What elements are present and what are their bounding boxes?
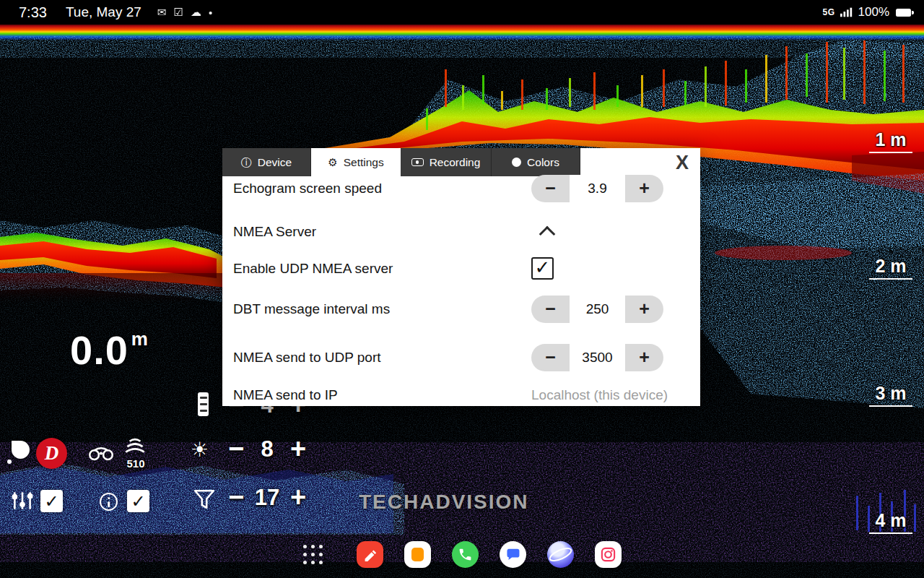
sonar-beam-icon[interactable] <box>123 434 147 455</box>
tab-settings[interactable]: ⚙ Settings <box>311 148 401 176</box>
depth-unit: m <box>131 328 149 350</box>
setting-row-screen-speed: Echogram screen speed − 3.9 + <box>233 174 690 202</box>
depth-marker-1m: 1 m <box>869 130 912 153</box>
filter-stepper: − 17 + <box>225 485 309 509</box>
dbt-decrease-button[interactable]: − <box>531 296 570 323</box>
network-5g-label: 5G <box>823 7 835 17</box>
droplet-dot-icon <box>7 460 12 464</box>
tab-colors[interactable]: Colors <box>492 148 580 176</box>
colors-circle-icon <box>512 158 521 167</box>
screen-speed-stepper: − 3.9 + <box>531 175 663 202</box>
tab-label: Settings <box>344 156 384 169</box>
logo-letter: D <box>45 442 59 465</box>
tab-label: Colors <box>527 156 559 169</box>
screen-speed-value: 3.9 <box>570 175 625 202</box>
internet-app-icon[interactable] <box>547 541 574 568</box>
setting-label: DBT message interval ms <box>233 301 531 317</box>
binoculars-icon[interactable] <box>88 444 114 461</box>
depth-readout: 0.0 m <box>70 327 149 374</box>
section-label: NMEA Server <box>233 224 531 240</box>
setting-label: NMEA send to UDP port <box>233 350 531 366</box>
app-logo-d[interactable]: D <box>36 438 67 469</box>
battery-percent: 100% <box>858 5 889 20</box>
info-icon[interactable] <box>100 493 118 511</box>
setting-row-dbt-interval: DBT message interval ms − 250 + <box>233 295 690 323</box>
depth-marker-2m: 2 m <box>869 256 912 280</box>
screen: 7:33 Tue, May 27 ✉ ☑ ☁ • 5G 100% 0.0 m 1… <box>0 0 924 578</box>
send-ip-value[interactable]: Localhost (this device) <box>531 387 668 403</box>
dock <box>0 530 924 578</box>
tab-label: Device <box>258 156 292 169</box>
frequency-label: 510 <box>120 457 152 470</box>
bottom-checkbox-left[interactable]: ✓ <box>40 490 63 512</box>
check-mark: ✓ <box>131 491 145 512</box>
udp-port-stepper: − 3500 + <box>531 344 663 371</box>
dbt-increase-button[interactable]: + <box>625 296 663 323</box>
setting-row-enable-udp: Enable UDP NMEA server ✓ <box>233 254 690 282</box>
app-drawer-button[interactable] <box>303 545 323 564</box>
setting-row-send-ip: NMEA send to IP Localhost (this device) <box>233 381 690 406</box>
brightness-sun-icon: ☀ <box>191 438 209 462</box>
folder-glyph <box>411 548 424 561</box>
depth-value: 0.0 <box>70 327 128 374</box>
tab-recording[interactable]: Recording <box>401 148 492 176</box>
battery-icon <box>896 9 911 17</box>
messages-app-icon[interactable] <box>500 541 526 568</box>
udp-port-decrease-button[interactable]: − <box>531 344 570 371</box>
check-mark: ✓ <box>44 491 58 512</box>
watermark: TECHADVISION <box>359 491 529 514</box>
camera-app-icon[interactable] <box>595 541 622 568</box>
dbt-interval-stepper: − 250 + <box>531 296 663 323</box>
setting-row-udp-port: NMEA send to UDP port − 3500 + <box>233 343 690 371</box>
screen-speed-increase-button[interactable]: + <box>625 175 663 202</box>
filter-funnel-icon[interactable] <box>193 489 215 509</box>
task-check-notification-icon: ☑ <box>173 6 183 19</box>
tab-label: Recording <box>430 156 481 169</box>
screen-speed-decrease-button[interactable]: − <box>531 175 570 202</box>
status-date: Tue, May 27 <box>66 4 141 20</box>
brightness-decrease-button[interactable]: − <box>225 436 247 461</box>
udp-port-value: 3500 <box>570 344 625 371</box>
mail-notification-icon: ✉ <box>157 6 167 19</box>
folder-app-icon[interactable] <box>404 541 431 568</box>
check-mark: ✓ <box>535 258 551 277</box>
recording-icon <box>411 158 424 166</box>
bottom-checkbox-right[interactable]: ✓ <box>127 490 149 512</box>
setting-row-nmea-server: NMEA Server <box>233 217 690 246</box>
sliders-icon[interactable] <box>10 490 35 512</box>
brightness-value: 8 <box>251 438 283 460</box>
level-indicator-icon <box>198 392 209 416</box>
color-droplet-icon[interactable] <box>12 441 30 459</box>
setting-label: Enable UDP NMEA server <box>233 261 531 277</box>
phone-app-icon[interactable] <box>452 541 479 568</box>
udp-port-increase-button[interactable]: + <box>625 344 663 371</box>
filter-decrease-button[interactable]: − <box>225 485 247 509</box>
close-button[interactable]: X <box>668 150 696 176</box>
collapse-chevron-up-icon[interactable] <box>539 226 556 243</box>
status-bar: 7:33 Tue, May 27 ✉ ☑ ☁ • 5G 100% <box>0 0 924 25</box>
setting-label: NMEA send to IP <box>233 387 531 403</box>
notes-app-icon[interactable] <box>357 541 383 568</box>
enable-udp-checkbox[interactable]: ✓ <box>531 257 554 280</box>
dialog-tab-bar: ⓘ Device ⚙ Settings Recording Colors X <box>222 148 700 176</box>
weather-cloud-icon: ☁ <box>191 6 201 19</box>
brightness-stepper: − 8 + <box>225 436 309 461</box>
dbt-interval-value: 250 <box>570 296 625 323</box>
gear-icon: ⚙ <box>328 157 337 168</box>
settings-dialog: ⓘ Device ⚙ Settings Recording Colors X E… <box>222 148 700 406</box>
filter-value: 17 <box>251 486 283 509</box>
clock: 7:33 <box>19 4 47 21</box>
device-info-icon: ⓘ <box>241 157 252 168</box>
signal-strength-icon <box>840 7 853 17</box>
brightness-increase-button[interactable]: + <box>287 436 309 461</box>
depth-marker-3m: 3 m <box>869 384 912 407</box>
notification-dot-icon: • <box>209 7 212 19</box>
filter-increase-button[interactable]: + <box>287 485 309 509</box>
tab-device[interactable]: ⓘ Device <box>222 148 311 176</box>
setting-label: Echogram screen speed <box>233 181 531 197</box>
